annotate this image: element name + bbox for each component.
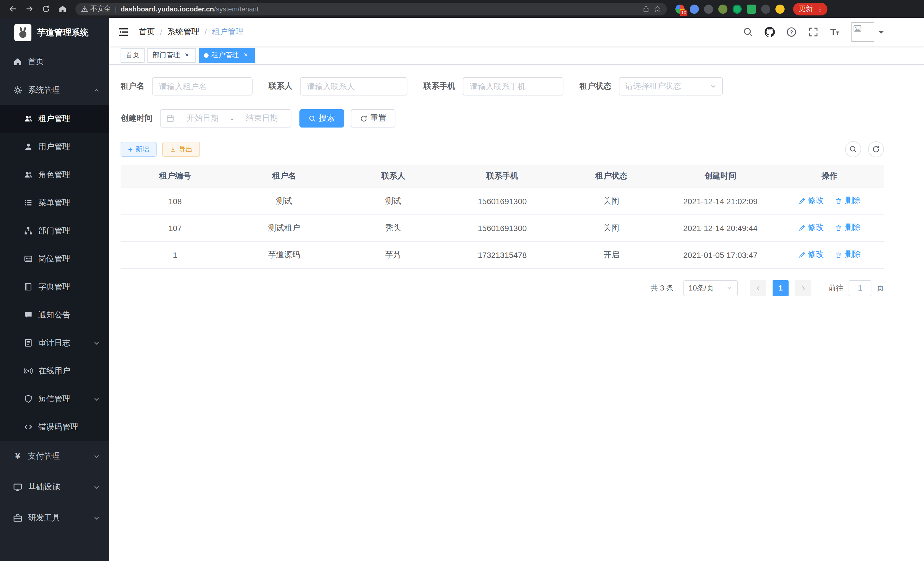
reset-button-label: 重置 xyxy=(370,113,386,123)
delete-link[interactable]: 删除 xyxy=(835,223,861,233)
reset-button[interactable]: 重置 xyxy=(351,109,395,128)
tenant-name-input[interactable] xyxy=(152,77,253,96)
search-button-label: 搜索 xyxy=(319,113,335,123)
search-button[interactable]: 搜索 xyxy=(299,109,344,128)
status-select[interactable]: 请选择租户状态 xyxy=(619,77,723,96)
field-label: 租户状态 xyxy=(579,81,611,92)
github-icon[interactable] xyxy=(765,27,775,37)
edit-icon xyxy=(798,197,806,205)
close-icon[interactable]: × xyxy=(242,51,250,59)
extension-icon-6[interactable] xyxy=(747,4,756,14)
col-tenant-name: 租户名 xyxy=(230,165,339,188)
cell-name: 测试 xyxy=(230,188,339,214)
sidebar-item-label: 岗位管理 xyxy=(38,254,70,264)
extension-icon-1[interactable]: 10 xyxy=(675,4,685,14)
sidebar-item-audit-log[interactable]: 审计日志 xyxy=(0,329,109,357)
search-icon[interactable] xyxy=(743,27,753,37)
tab-dept[interactable]: 部门管理 × xyxy=(147,48,196,63)
sidebar-item-home[interactable]: 首页 xyxy=(0,47,109,76)
cell-actions: 修改 删除 xyxy=(775,188,884,214)
breadcrumb-home[interactable]: 首页 xyxy=(139,27,155,37)
create-time-range-picker[interactable]: 开始日期 - 结束日期 xyxy=(160,109,291,128)
sidebar-item-sms[interactable]: 短信管理 xyxy=(0,385,109,413)
font-size-icon[interactable] xyxy=(830,27,840,37)
goto-page-input[interactable] xyxy=(849,280,872,296)
tab-home[interactable]: 首页 xyxy=(121,48,145,63)
back-icon[interactable] xyxy=(6,2,20,16)
contact-input[interactable] xyxy=(300,77,407,96)
user-icon xyxy=(24,142,33,151)
sidebar-item-post[interactable]: 岗位管理 xyxy=(0,245,109,273)
caret-down-icon xyxy=(878,31,884,36)
list-icon xyxy=(24,199,33,207)
cell-name: 测试租户 xyxy=(230,214,339,241)
trash-icon xyxy=(835,224,843,232)
extension-icon-3[interactable] xyxy=(704,4,713,14)
cell-mobile: 15601691300 xyxy=(448,214,557,241)
edit-link[interactable]: 修改 xyxy=(798,196,824,206)
home-icon[interactable] xyxy=(56,2,69,16)
share-icon[interactable] xyxy=(642,5,650,13)
fullscreen-icon[interactable] xyxy=(808,27,818,37)
page-number-current[interactable]: 1 xyxy=(772,280,789,296)
delete-link[interactable]: 删除 xyxy=(835,196,861,206)
breadcrumb-separator: / xyxy=(205,27,207,37)
extension-icon-7[interactable] xyxy=(761,4,770,14)
extension-icon-5[interactable] xyxy=(733,4,742,14)
help-icon[interactable] xyxy=(786,27,796,37)
edit-link[interactable]: 修改 xyxy=(798,250,824,260)
menu-dots-icon[interactable]: ⋮ xyxy=(815,5,825,13)
breadcrumb-current: 租户管理 xyxy=(212,27,244,37)
sidebar-item-payment[interactable]: ¥ 支付管理 xyxy=(0,441,109,472)
add-button[interactable]: + 新增 xyxy=(121,142,157,157)
reload-icon[interactable] xyxy=(39,2,52,16)
delete-link[interactable]: 删除 xyxy=(835,250,861,260)
address-bar[interactable]: 不安全 | dashboard.yudao.iocoder.cn/system/… xyxy=(75,3,667,15)
breadcrumb-system[interactable]: 系统管理 xyxy=(167,27,200,37)
edit-icon xyxy=(798,224,806,232)
field-label: 联系人 xyxy=(268,81,292,92)
profile-avatar[interactable] xyxy=(776,4,784,14)
extension-icon-4[interactable] xyxy=(718,4,728,14)
bookmark-star-icon[interactable] xyxy=(654,5,661,13)
refresh-table-button[interactable] xyxy=(868,141,884,157)
sidebar-item-menu[interactable]: 菜单管理 xyxy=(0,189,109,217)
forward-icon[interactable] xyxy=(22,2,36,16)
sidebar-item-dict[interactable]: 字典管理 xyxy=(0,273,109,301)
start-date-placeholder: 开始日期 xyxy=(179,113,226,123)
sidebar-collapse-icon[interactable] xyxy=(118,26,129,38)
logo-rabbit-image xyxy=(14,24,32,41)
tab-label: 首页 xyxy=(126,50,140,60)
tab-tenant[interactable]: 租户管理 × xyxy=(199,48,255,63)
sidebar-item-tenant[interactable]: 租户管理 xyxy=(0,105,109,133)
sidebar-item-label: 角色管理 xyxy=(38,170,70,180)
toolbox-icon xyxy=(13,514,22,523)
export-button[interactable]: 导出 xyxy=(162,142,200,157)
next-page-button[interactable] xyxy=(795,280,812,296)
prev-page-button[interactable] xyxy=(750,280,766,296)
sidebar-item-infrastructure[interactable]: 基础设施 xyxy=(0,472,109,503)
mobile-input[interactable] xyxy=(463,77,563,96)
sidebar-item-online-users[interactable]: 在线用户 xyxy=(0,357,109,385)
extension-icon-2[interactable] xyxy=(690,4,699,14)
show-search-toggle-button[interactable] xyxy=(845,141,861,157)
edit-link[interactable]: 修改 xyxy=(798,223,824,233)
sidebar-item-role[interactable]: 角色管理 xyxy=(0,161,109,189)
sidebar-item-notice[interactable]: 通知公告 xyxy=(0,301,109,329)
page-size-select[interactable]: 10条/页 xyxy=(683,280,738,296)
sidebar-item-dev-tools[interactable]: 研发工具 xyxy=(0,503,109,534)
app-logo[interactable]: 芋道管理系统 xyxy=(0,18,109,47)
user-avatar-menu[interactable] xyxy=(851,22,884,42)
pagination: 共 3 条 10条/页 1 前往 页 xyxy=(121,280,884,296)
sidebar-item-error-code[interactable]: 错误码管理 xyxy=(0,413,109,441)
cell-contact: 芋艿 xyxy=(339,241,448,268)
browser-update-button[interactable]: 更新 ⋮ xyxy=(793,3,827,15)
close-icon[interactable]: × xyxy=(183,51,191,59)
sidebar-item-dept[interactable]: 部门管理 xyxy=(0,217,109,245)
sidebar-item-system[interactable]: 系统管理 xyxy=(0,76,109,105)
cell-status: 关闭 xyxy=(557,214,666,241)
refresh-icon xyxy=(872,145,880,153)
sidebar-item-user[interactable]: 用户管理 xyxy=(0,133,109,161)
trash-icon xyxy=(835,251,843,259)
security-badge[interactable]: 不安全 xyxy=(81,4,111,14)
